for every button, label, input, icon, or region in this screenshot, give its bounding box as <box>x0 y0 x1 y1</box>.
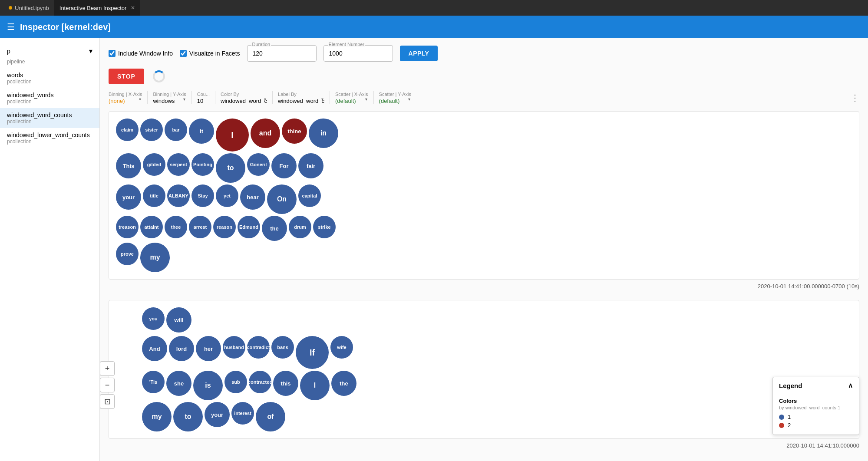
bubble-in[interactable]: in <box>309 119 338 148</box>
bubble-arrest[interactable]: arrest <box>189 216 211 238</box>
bubble-stay[interactable]: Stay <box>191 184 214 207</box>
bubble-interest[interactable]: interest <box>231 402 254 425</box>
sidebar-item-words[interactable]: words pcollection <box>0 68 99 88</box>
bubble-the-1[interactable]: the <box>262 216 287 241</box>
viz-panel-1: claim sister bar it I and thine in This … <box>109 111 859 280</box>
sidebar-item-windowed-words[interactable]: windowed_words pcollection <box>0 88 99 108</box>
bubble-to-2[interactable]: to <box>173 402 203 431</box>
bubble-of[interactable]: of <box>256 402 285 431</box>
bubble-pointing[interactable]: Pointing <box>191 153 214 176</box>
bubble-will[interactable]: will <box>166 307 191 333</box>
include-window-info-checkbox[interactable] <box>109 50 116 57</box>
top-toolbar: ☰ Inspector [kernel:dev] <box>0 16 868 38</box>
legend-panel: Legend ∧ Colors by windowed_word_counts.… <box>772 377 859 435</box>
filter-divider-2 <box>191 91 192 104</box>
viz1-timestamp: 2020-10-01 14:41:00.000000-0700 (10s) <box>109 283 859 290</box>
bubble-sister[interactable]: sister <box>140 119 163 141</box>
bubble-fair[interactable]: fair <box>298 153 323 178</box>
bubble-you[interactable]: you <box>142 307 165 330</box>
sidebar-item-windowed-lower-word-counts[interactable]: windowed_lower_word_counts pcollection <box>0 128 99 148</box>
bubble-drum[interactable]: drum <box>289 216 311 238</box>
bubble-reason[interactable]: reason <box>213 216 236 238</box>
element-number-input[interactable] <box>323 45 393 62</box>
viz-section-2: you will And lord her husband contradict… <box>109 300 859 449</box>
bubble-wife[interactable]: wife <box>330 336 353 359</box>
bubble-bar[interactable]: bar <box>165 119 187 141</box>
sidebar-header-p[interactable]: p ▾ <box>0 43 99 59</box>
bubble-attaint[interactable]: attaint <box>140 216 163 238</box>
bubble-I-2[interactable]: I <box>300 371 330 400</box>
legend-header: Legend ∧ <box>773 377 859 393</box>
count-value[interactable]: 10 <box>197 98 210 104</box>
visualize-in-facets-label[interactable]: Visualize in Facets <box>180 50 240 57</box>
bubble-for[interactable]: For <box>271 153 297 178</box>
bubble-thine[interactable]: thine <box>282 119 307 144</box>
bubble-thee[interactable]: thee <box>165 216 187 238</box>
label-by-wrapper: Label By windowed_word_c ▾ <box>278 92 324 104</box>
bubble-prove[interactable]: prove <box>116 243 139 265</box>
bubble-is[interactable]: is <box>193 371 223 400</box>
tab-inspector[interactable]: Interactive Beam Inspector ✕ <box>54 0 141 16</box>
bubble-contradict[interactable]: contradict <box>247 336 270 359</box>
scatter-y-value[interactable]: (default) <box>379 98 411 104</box>
zoom-in-button[interactable]: + <box>100 361 115 376</box>
bubble-my-2[interactable]: my <box>142 402 172 431</box>
bubble-title[interactable]: title <box>143 184 165 207</box>
bubble-this[interactable]: This <box>116 153 141 178</box>
bubble-she[interactable]: she <box>166 371 191 396</box>
scatter-x-value[interactable]: (default) <box>335 98 368 104</box>
duration-input[interactable] <box>247 45 317 62</box>
bubble-yet[interactable]: yet <box>216 184 238 207</box>
bubble-hear[interactable]: hear <box>240 184 265 210</box>
bubble-to-1[interactable]: to <box>216 153 245 183</box>
legend-item-2: 2 <box>779 422 853 428</box>
bubble-on[interactable]: On <box>267 184 297 214</box>
hamburger-icon[interactable]: ☰ <box>7 22 15 32</box>
bubble-claim[interactable]: claim <box>116 119 139 141</box>
bubble-this2[interactable]: this <box>273 371 298 396</box>
color-by-value[interactable]: windowed_word_c <box>221 98 267 104</box>
bubble-and[interactable]: and <box>251 119 280 148</box>
apply-button[interactable]: APPLY <box>400 46 438 61</box>
stop-row: STOP <box>109 69 859 84</box>
bubble-albany[interactable]: ALBANY <box>167 184 190 207</box>
include-window-info-label[interactable]: Include Window Info <box>109 50 173 57</box>
bubble-edmund[interactable]: Edmund <box>238 216 260 238</box>
sidebar-item-windowed-word-counts[interactable]: windowed_word_counts pcollection <box>0 108 99 128</box>
binning-x-value[interactable]: (none) <box>109 98 142 104</box>
bubble-gilded[interactable]: gilded <box>143 153 165 176</box>
bubble-I-1[interactable]: I <box>216 119 249 151</box>
legend-collapse-icon[interactable]: ∧ <box>848 382 853 389</box>
bubble-capital[interactable]: capital <box>298 184 321 207</box>
zoom-out-button[interactable]: − <box>100 378 115 392</box>
visualize-in-facets-checkbox[interactable] <box>180 50 187 57</box>
zoom-fit-button[interactable]: ⊡ <box>100 394 115 409</box>
bubble-bans[interactable]: bans <box>271 336 294 359</box>
stop-button[interactable]: STOP <box>109 69 144 84</box>
bubble-her[interactable]: her <box>196 336 221 361</box>
bubble-if[interactable]: If <box>296 336 329 369</box>
tab-close-icon[interactable]: ✕ <box>131 5 135 11</box>
bubble-and[interactable]: And <box>142 336 167 361</box>
bubble-your-2[interactable]: your <box>205 402 230 427</box>
bubble-goneril[interactable]: Goneril <box>247 153 270 176</box>
binning-y-value[interactable]: windows <box>153 98 186 104</box>
bubble-strike[interactable]: strike <box>313 216 336 238</box>
more-options-button[interactable]: ⋮ <box>851 92 859 103</box>
bubble-it[interactable]: it <box>189 119 214 144</box>
bubble-serpent[interactable]: serpent <box>167 153 190 176</box>
bubble-the-2[interactable]: the <box>331 371 356 396</box>
sidebar-words-sub: pcollection <box>7 79 92 85</box>
bubble-husband[interactable]: husband <box>223 336 245 359</box>
binning-x-wrapper: Binning | X-Axis (none) ▾ <box>109 92 142 104</box>
tab-untitled[interactable]: Untitled.ipynb <box>3 0 54 16</box>
sidebar-words-label: words <box>7 72 92 79</box>
bubble-my-1[interactable]: my <box>140 243 170 272</box>
bubble-tis[interactable]: 'Tis <box>142 371 165 393</box>
bubble-treason[interactable]: treason <box>116 216 139 238</box>
bubble-sub[interactable]: sub <box>224 371 247 393</box>
label-by-value[interactable]: windowed_word_c <box>278 98 324 104</box>
bubble-your-1[interactable]: your <box>116 184 141 210</box>
bubble-lord[interactable]: lord <box>169 336 194 361</box>
bubble-contracted[interactable]: contracted <box>249 371 271 393</box>
